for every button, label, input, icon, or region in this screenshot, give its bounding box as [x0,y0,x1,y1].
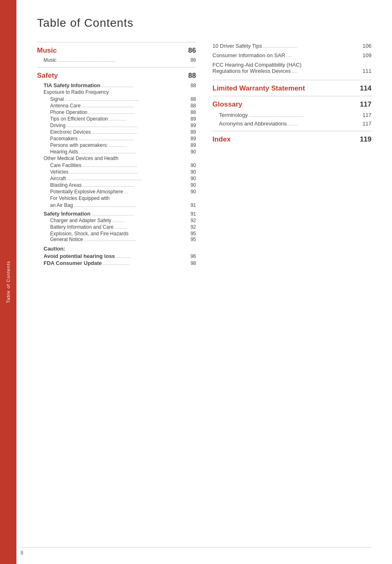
persons-pacemakers-dots: ............. [109,142,190,148]
charger-text: Charger and Adapter Safety [37,218,111,223]
care-facilities-page: 90 [191,162,196,168]
care-facilities-entry: Care Facilities ........................… [37,162,196,169]
driver-tips-dots: ....................... [263,43,362,49]
safety-page: 88 [188,72,196,80]
main-content: Table of Contents Music 86 Music .......… [16,0,392,564]
vehicles-page: 90 [191,169,196,175]
tia-safety-text: TIA Safety Information [37,82,100,88]
explosion-text: Explosion, Shock, and Fire Hazards [37,231,129,237]
glossary-page: 117 [360,100,371,109]
signal-text: Signal [37,96,64,102]
fcc-hac-line1: FCC Hearing-Aid Compatibility (HAC) [212,62,371,68]
safety-info-dots: ............................... [91,211,190,217]
warranty-title: Limited Warranty Statement [212,84,305,93]
phone-op-page: 88 [191,109,196,115]
explosion-entry: Explosion, Shock, and Fire Hazards 95 [37,231,196,237]
care-facilities-dots: ........................................ [82,162,190,168]
signal-page: 88 [191,96,196,102]
terminology-text: Terminology [212,112,248,118]
music-entry-page: 86 [191,57,196,63]
general-notice-dots: ...................................... [84,237,190,242]
tips-text: Tips on Efficient Operation [37,116,108,122]
hearing-aids-text: Hearing Aids [37,149,78,155]
driving-text: Driving [37,123,65,128]
blasting-dots: ...................................... [83,182,190,188]
blasting-entry: Blasting Areas .........................… [37,182,196,189]
persons-pacemakers-text: Persons with pacemakers: [37,142,108,148]
fcc-hac-entry: FCC Hearing-Aid Compatibility (HAC) Regu… [212,62,371,75]
section-safety: Safety 88 TIA Safety Information .......… [37,67,196,267]
two-column-layout: Music 86 Music .........................… [37,42,371,539]
hearing-loss-dots: ........... [116,253,190,259]
left-column: Music 86 Music .........................… [37,42,196,539]
driver-tips-page: 106 [362,43,371,49]
air-bag-entry: an Air Bag .............................… [37,202,196,209]
page-title: Table of Contents [37,16,371,30]
acronyms-entry: Acronyms and Abbreviations ....... 117 [212,121,371,128]
aircraft-page: 90 [191,176,196,181]
fda-text: FDA Consumer Update [37,260,102,266]
general-notice-entry: General Notice .........................… [37,237,196,243]
explosive-text: Potentially Explosive Atmosphere [37,189,123,195]
bottom-divider [21,547,371,548]
driving-dots: ........................................… [66,123,189,128]
driving-page: 89 [191,123,196,128]
terminology-dots: ..................................... [249,112,362,118]
sar-page: 109 [362,52,371,58]
tips-page: 89 [191,116,196,122]
tia-safety-dots: ....................... [101,83,189,88]
tia-safety-page: 88 [191,83,196,88]
other-medical-entry: Other Medical Devices and Health [37,156,196,161]
vehicles-entry: Vehicles ...............................… [37,169,196,176]
right-column: 10 Driver Safety Tips ..................… [212,42,371,539]
air-bag-page: 91 [191,202,196,208]
safety-title: Safety [37,72,58,80]
fcc-hac-dots: .... [292,68,362,74]
battery-dots: ......... [114,224,190,230]
sar-text: Consumer Information on SAR [212,52,285,58]
fcc-hac-text2: Regulations for Wireless Devices [212,68,291,74]
hearing-loss-entry: Avoid potential hearing loss ...........… [37,253,196,260]
air-bag-dots: ........................................… [74,202,189,208]
music-page: 86 [188,46,196,55]
fda-page: 98 [191,260,196,266]
air-bag-text: an Air Bag [37,202,73,208]
fda-entry: FDA Consumer Update ....................… [37,260,196,267]
signal-dots: ........................................… [65,96,189,102]
persons-pacemakers-entry: Persons with pacemakers: ............. 8… [37,142,196,149]
acronyms-page: 117 [362,121,371,127]
battery-entry: Battery Information and Care ......... 9… [37,224,196,231]
pacemakers-entry: Pacemakers .............................… [37,136,196,142]
sidebar-label: Table of Contents [6,261,11,303]
antenna-page: 88 [191,103,196,109]
pacemakers-text: Pacemakers [37,136,78,142]
general-notice-page: 95 [191,237,196,242]
index-page: 119 [360,135,371,144]
sidebar: Table of Contents [0,0,16,564]
music-entry: Music ..................................… [37,57,196,64]
section-music: Music 86 Music .........................… [37,42,196,64]
terminology-entry: Terminology ............................… [212,112,371,119]
explosive-dots: ... [124,189,189,195]
vehicles-text: Vehicles [37,169,69,175]
safety-info-text: Safety Information [37,211,90,217]
phone-op-entry: Phone Operation ........................… [37,109,196,116]
phone-op-text: Phone Operation [37,109,88,115]
safety-info-page: 91 [191,211,196,217]
electronic-page: 89 [191,129,196,135]
driving-entry: Driving ................................… [37,123,196,129]
acronyms-dots: ....... [288,121,362,127]
battery-text: Battery Information and Care [37,224,113,230]
hearing-loss-page: 96 [191,253,196,259]
tips-dots: ............. [109,116,190,122]
exposure-entry: Exposure to Radio Frequency [37,89,196,95]
blasting-page: 90 [191,182,196,188]
for-vehicles-entry: For Vehicles Equipped with [37,195,196,201]
explosive-entry: Potentially Explosive Atmosphere ... 90 [37,189,196,195]
blasting-text: Blasting Areas [37,182,82,188]
section-glossary: Glossary 117 Terminology ...............… [212,96,371,128]
driver-tips-entry: 10 Driver Safety Tips ..................… [212,43,371,50]
vehicles-dots: ........................................… [69,169,190,175]
music-section-header: Music 86 [37,42,196,55]
warranty-page: 114 [360,84,371,93]
